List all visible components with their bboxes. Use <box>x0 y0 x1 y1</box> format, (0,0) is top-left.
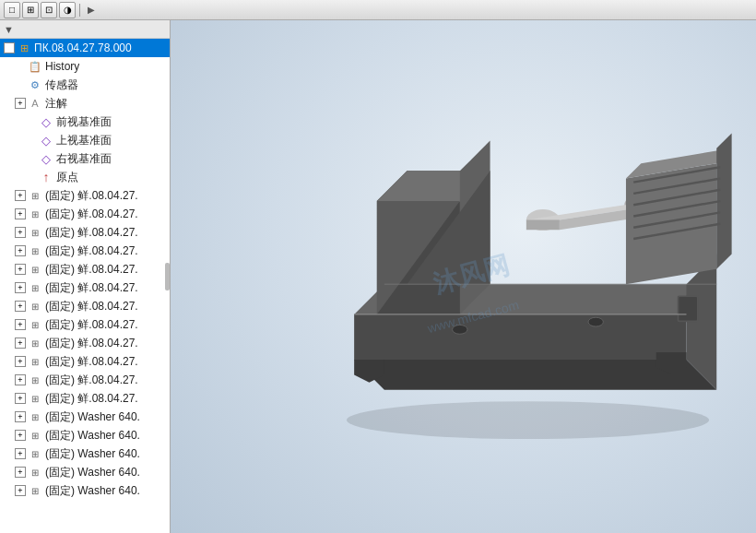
washer4-expand[interactable]: + <box>15 467 26 478</box>
tree-item-fixed-11[interactable]: + ⊞ (固定) 鲜.08.04.27. <box>0 371 170 389</box>
tree-item-sensor[interactable]: ⚙ 传感器 <box>0 76 170 94</box>
fixed2-expand[interactable]: + <box>15 208 26 219</box>
tree-item-fixed-2[interactable]: + ⊞ (固定) 鲜.08.04.27. <box>0 205 170 223</box>
origin-icon: ↑ <box>39 170 53 184</box>
fixed10-label: (固定) 鲜.08.04.27. <box>45 354 138 370</box>
washer5-label: (固定) Washer 640. <box>45 483 140 499</box>
fixed9-icon: ⊞ <box>28 336 42 350</box>
fixed6-label: (固定) 鲜.08.04.27. <box>45 280 138 296</box>
left-panel: ▼ − ⊞ ПК.08.04.27.78.000 📋 History ⚙ 传感器 <box>0 20 171 533</box>
toolbar-expand-arrow[interactable]: ▶ <box>88 5 95 15</box>
fixed4-expand[interactable]: + <box>15 245 26 256</box>
base-front-face <box>354 314 686 360</box>
history-icon: 📋 <box>28 59 42 74</box>
fixed9-expand[interactable]: + <box>15 338 26 349</box>
tree-item-fixed-10[interactable]: + ⊞ (固定) 鲜.08.04.27. <box>0 352 170 371</box>
fixed1-expand[interactable]: + <box>15 190 26 201</box>
tree-item-washer-4[interactable]: + ⊞ (固定) Washer 640. <box>0 463 170 481</box>
root-label: ПК.08.04.27.78.000 <box>34 41 132 54</box>
history-label: History <box>45 60 79 73</box>
fixed12-label: (固定) 鲜.08.04.27. <box>45 391 138 407</box>
fixed8-icon: ⊞ <box>28 317 42 332</box>
tree-item-front-plane[interactable]: ◇ 前视基准面 <box>0 113 170 131</box>
fixed10-icon: ⊞ <box>28 354 42 369</box>
fixed7-icon: ⊞ <box>28 299 42 314</box>
fixed3-expand[interactable]: + <box>15 227 26 238</box>
toolbar-btn-1[interactable]: □ <box>4 2 20 18</box>
fixed2-icon: ⊞ <box>28 207 42 221</box>
fixed6-icon: ⊞ <box>28 280 42 295</box>
model-container <box>309 30 747 524</box>
tree-item-washer-5[interactable]: + ⊞ (固定) Washer 640. <box>0 481 170 500</box>
tree-item-fixed-12[interactable]: + ⊞ (固定) 鲜.08.04.27. <box>0 389 170 408</box>
feature-tree[interactable]: − ⊞ ПК.08.04.27.78.000 📋 History ⚙ 传感器 +… <box>0 39 170 533</box>
tree-item-fixed-1[interactable]: + ⊞ (固定) 鲜.08.04.27. <box>0 186 170 205</box>
fixed4-label: (固定) 鲜.08.04.27. <box>45 243 138 259</box>
tree-item-washer-1[interactable]: + ⊞ (固定) Washer 640. <box>0 408 170 426</box>
3d-viewport[interactable]: 沐风网 www.mfcad.com <box>171 20 756 533</box>
toolbar-btn-2[interactable]: ⊞ <box>22 2 39 18</box>
annotation-label: 注解 <box>45 96 67 112</box>
fixed10-expand[interactable]: + <box>15 356 26 367</box>
tree-item-fixed-7[interactable]: + ⊞ (固定) 鲜.08.04.27. <box>0 297 170 315</box>
rod-front-bottom <box>526 220 560 231</box>
tree-item-top-plane[interactable]: ◇ 上视基准面 <box>0 131 170 149</box>
top-plane-label: 上视基准面 <box>56 133 112 148</box>
washer5-expand[interactable]: + <box>15 485 26 496</box>
tree-item-fixed-3[interactable]: + ⊞ (固定) 鲜.08.04.27. <box>0 223 170 242</box>
front-plane-icon: ◇ <box>39 114 53 129</box>
fixed8-expand[interactable]: + <box>15 319 26 330</box>
front-plane-label: 前视基准面 <box>56 114 112 130</box>
screw-hole-2 <box>588 317 603 326</box>
panel-splitter[interactable] <box>165 263 170 290</box>
toolbar: □ ⊞ ⊡ ◑ ▶ <box>0 0 756 20</box>
fixed9-label: (固定) 鲜.08.04.27. <box>45 336 138 351</box>
tree-root[interactable]: − ⊞ ПК.08.04.27.78.000 <box>0 39 170 57</box>
fixed11-expand[interactable]: + <box>15 374 26 385</box>
annotation-expand-btn[interactable]: + <box>15 98 26 109</box>
fixed11-label: (固定) 鲜.08.04.27. <box>45 373 138 388</box>
washer3-expand[interactable]: + <box>15 448 26 459</box>
washer3-icon: ⊞ <box>28 446 42 461</box>
toolbar-btn-3[interactable]: ⊡ <box>41 2 57 18</box>
fixed3-icon: ⊞ <box>28 225 42 240</box>
washer1-label: (固定) Washer 640. <box>45 409 140 425</box>
tree-item-history[interactable]: 📋 History <box>0 57 170 76</box>
screw-hole-1 <box>453 325 467 334</box>
tree-item-fixed-9[interactable]: + ⊞ (固定) 鲜.08.04.27. <box>0 334 170 352</box>
main-area: ▼ − ⊞ ПК.08.04.27.78.000 📋 History ⚙ 传感器 <box>0 20 756 533</box>
right-plane-icon: ◇ <box>39 151 53 166</box>
washer2-expand[interactable]: + <box>15 430 26 441</box>
fixed2-label: (固定) 鲜.08.04.27. <box>45 207 138 222</box>
tree-item-fixed-6[interactable]: + ⊞ (固定) 鲜.08.04.27. <box>0 278 170 297</box>
model-shadow <box>347 401 709 439</box>
fixed6-expand[interactable]: + <box>15 282 26 293</box>
tree-item-fixed-4[interactable]: + ⊞ (固定) 鲜.08.04.27. <box>0 242 170 260</box>
fixed1-label: (固定) 鲜.08.04.27. <box>45 188 138 204</box>
fixed1-icon: ⊞ <box>28 188 42 203</box>
root-expand-btn[interactable]: − <box>4 42 15 53</box>
fixed12-expand[interactable]: + <box>15 393 26 404</box>
fixed5-label: (固定) 鲜.08.04.27. <box>45 262 138 278</box>
fixed11-icon: ⊞ <box>28 373 42 387</box>
washer4-icon: ⊞ <box>28 465 42 480</box>
tree-item-fixed-8[interactable]: + ⊞ (固定) 鲜.08.04.27. <box>0 315 170 334</box>
tree-item-washer-2[interactable]: + ⊞ (固定) Washer 640. <box>0 426 170 444</box>
tree-item-washer-3[interactable]: + ⊞ (固定) Washer 640. <box>0 444 170 463</box>
fixed3-label: (固定) 鲜.08.04.27. <box>45 225 138 241</box>
root-icon: ⊞ <box>17 41 31 55</box>
filter-icon: ▼ <box>4 24 14 35</box>
tree-item-origin[interactable]: ↑ 原点 <box>0 168 170 186</box>
sensor-icon: ⚙ <box>28 77 42 92</box>
base-detail-right-inner <box>679 297 697 320</box>
3d-model-svg <box>309 55 747 498</box>
fixed5-expand[interactable]: + <box>15 264 26 275</box>
annotation-icon: A <box>28 96 42 111</box>
fixed7-expand[interactable]: + <box>15 301 26 312</box>
washer1-expand[interactable]: + <box>15 411 26 422</box>
toolbar-btn-4[interactable]: ◑ <box>59 2 76 18</box>
tree-item-annotation[interactable]: + A 注解 <box>0 94 170 113</box>
sensor-label: 传感器 <box>45 77 78 93</box>
tree-item-fixed-5[interactable]: + ⊞ (固定) 鲜.08.04.27. <box>0 260 170 278</box>
tree-item-right-plane[interactable]: ◇ 右视基准面 <box>0 149 170 168</box>
